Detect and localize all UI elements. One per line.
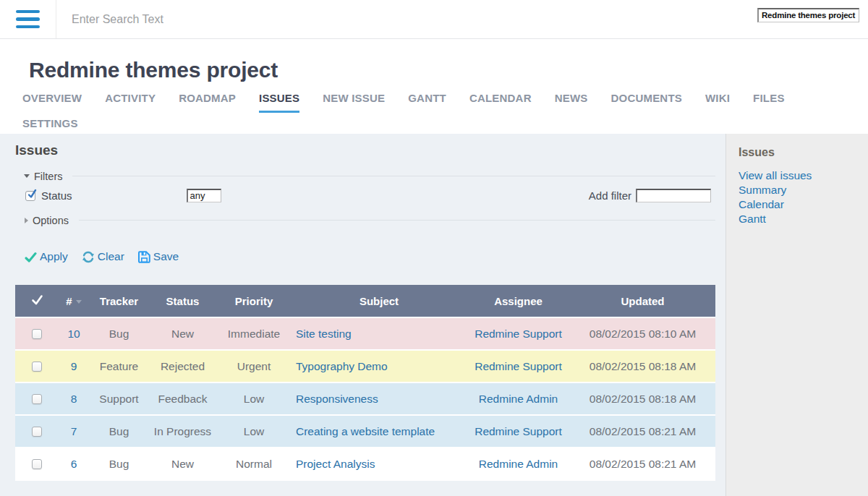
sidebar-link-summary[interactable]: Summary	[739, 183, 861, 197]
column-header-status[interactable]: Status	[149, 285, 216, 318]
clear-button[interactable]: Clear	[82, 250, 124, 263]
priority-cell: Normal	[216, 448, 292, 481]
id-cell: 9	[59, 351, 89, 383]
add-filter-select[interactable]	[636, 189, 711, 202]
tab-files[interactable]: FILES	[753, 87, 785, 108]
tab-new-issue[interactable]: NEW ISSUE	[323, 87, 385, 108]
issue-row-10: 10BugNewImmediateSite testingRedmine Sup…	[15, 318, 715, 351]
issue-id-link[interactable]: 9	[71, 360, 77, 372]
row-checkbox[interactable]	[32, 362, 42, 372]
subject-cell: Responsiveness	[292, 383, 467, 416]
issue-id-link[interactable]: 8	[71, 393, 77, 405]
sidebar: Issues View all issuesSummaryCalendarGan…	[726, 134, 868, 496]
status-filter-checkbox[interactable]	[25, 191, 35, 201]
row-checkbox[interactable]	[32, 459, 42, 469]
assignee-cell: Redmine Admin	[467, 448, 570, 481]
expand-triangle-icon[interactable]	[25, 218, 28, 223]
filter-actions: Apply Clear	[25, 250, 715, 263]
issue-id-link[interactable]: 7	[71, 425, 77, 437]
project-tabs: OVERVIEWACTIVITYROADMAPISSUESNEW ISSUEGA…	[22, 87, 833, 134]
checkbox-cell	[15, 448, 59, 481]
checkbox-cell	[15, 383, 59, 416]
search-input[interactable]	[70, 0, 446, 38]
sidebar-title: Issues	[739, 146, 861, 159]
hamburger-bar	[16, 10, 40, 14]
tracker-cell: Feature	[89, 351, 149, 383]
tracker-cell: Bug	[89, 448, 149, 481]
save-button[interactable]: Save	[138, 250, 179, 263]
issue-subject-link[interactable]: Typography Demo	[296, 360, 388, 372]
id-cell: 8	[59, 383, 89, 416]
issue-assignee-link[interactable]: Redmine Support	[475, 360, 562, 372]
checkbox-cell	[15, 318, 59, 351]
subject-cell: Creating a website template	[292, 416, 467, 448]
sidebar-link-view-all-issues[interactable]: View all issues	[739, 168, 861, 183]
options-section-header: Options	[15, 214, 715, 226]
column-header-updated[interactable]: Updated	[570, 285, 715, 318]
column-header-priority[interactable]: Priority	[216, 285, 292, 318]
issue-row-7: 7BugIn ProgressLowCreating a website tem…	[15, 416, 715, 448]
tab-wiki[interactable]: WIKI	[705, 87, 730, 108]
row-checkbox[interactable]	[32, 329, 42, 339]
top-bar: Redmine themes project	[0, 0, 868, 39]
tab-news[interactable]: NEWS	[555, 87, 588, 108]
sidebar-links: View all issuesSummaryCalendarGantt	[739, 168, 861, 226]
options-legend[interactable]: Options	[33, 215, 69, 226]
tab-activity[interactable]: ACTIVITY	[105, 87, 156, 108]
issue-subject-link[interactable]: Site testing	[296, 328, 352, 340]
issue-assignee-link[interactable]: Redmine Admin	[479, 393, 558, 405]
checkbox-cell	[15, 416, 59, 448]
assignee-cell: Redmine Support	[467, 416, 570, 448]
row-checkbox[interactable]	[32, 427, 42, 437]
tab-documents[interactable]: DOCUMENTS	[611, 87, 682, 108]
check-all-icon	[30, 294, 44, 306]
filters-section-header: Filters	[15, 170, 715, 182]
assignee-cell: Redmine Support	[467, 318, 570, 351]
column-header-tracker[interactable]: Tracker	[89, 285, 149, 318]
project-jump-select[interactable]: Redmine themes project	[757, 8, 859, 22]
assignee-cell: Redmine Admin	[467, 383, 570, 416]
tracker-cell: Bug	[89, 416, 149, 448]
status-cell: New	[149, 448, 216, 481]
filters-legend[interactable]: Filters	[34, 171, 62, 182]
sidebar-link-calendar[interactable]: Calendar	[739, 197, 861, 212]
collapse-triangle-icon[interactable]	[24, 174, 30, 178]
issue-subject-link[interactable]: Responsiveness	[296, 393, 378, 405]
issue-subject-link[interactable]: Project Analysis	[296, 458, 375, 470]
apply-button[interactable]: Apply	[25, 250, 68, 263]
page-title: Issues	[15, 142, 715, 158]
status-cell: New	[149, 318, 216, 351]
subject-cell: Typography Demo	[292, 351, 467, 383]
tab-overview[interactable]: OVERVIEW	[22, 87, 82, 108]
id-cell: 7	[59, 416, 89, 448]
tab-roadmap[interactable]: ROADMAP	[179, 87, 236, 108]
issue-assignee-link[interactable]: Redmine Admin	[479, 458, 558, 470]
options-rule	[79, 220, 715, 221]
issue-assignee-link[interactable]: Redmine Support	[475, 425, 562, 437]
updated-cell: 08/02/2015 08:21 AM	[570, 448, 715, 481]
id-cell: 6	[59, 448, 89, 481]
issue-id-link[interactable]: 10	[67, 328, 80, 340]
status-cell: In Progress	[149, 416, 216, 448]
tab-issues[interactable]: ISSUES	[259, 87, 299, 113]
issue-subject-link[interactable]: Creating a website template	[296, 425, 435, 437]
subject-cell: Project Analysis	[292, 448, 467, 481]
updated-cell: 08/02/2015 08:21 AM	[570, 416, 715, 448]
issue-id-link[interactable]: 6	[71, 458, 77, 470]
hamburger-menu-button[interactable]	[0, 0, 56, 38]
status-operator-select[interactable]: any	[187, 189, 221, 202]
issue-assignee-link[interactable]: Redmine Support	[475, 328, 562, 340]
tab-calendar[interactable]: CALENDAR	[469, 87, 532, 108]
select-all-header[interactable]	[15, 285, 59, 318]
column-header-assignee[interactable]: Assignee	[467, 285, 570, 318]
tab-gantt[interactable]: GANTT	[408, 87, 446, 108]
row-checkbox[interactable]	[32, 394, 42, 404]
refresh-icon	[82, 251, 95, 263]
tab-settings[interactable]: SETTINGS	[22, 113, 78, 134]
hamburger-bar	[16, 17, 40, 21]
tracker-cell: Bug	[89, 318, 149, 351]
sidebar-link-gantt[interactable]: Gantt	[739, 212, 861, 226]
column-header-id[interactable]: #	[59, 285, 89, 318]
column-header-subject[interactable]: Subject	[292, 285, 467, 318]
priority-cell: Urgent	[216, 351, 292, 383]
